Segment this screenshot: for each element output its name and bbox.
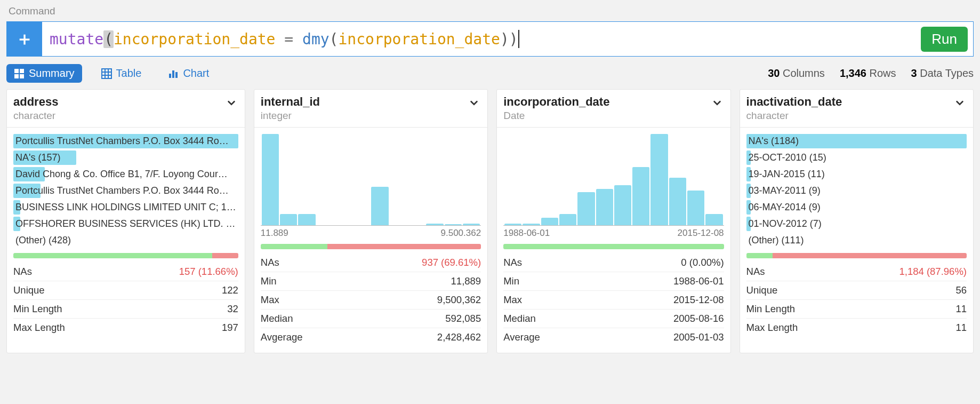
frequency-item[interactable]: NA's (1184) <box>746 134 967 148</box>
tab-table[interactable]: Table <box>94 64 149 83</box>
divider <box>740 127 973 128</box>
frequency-item[interactable]: (Other) (111) <box>746 233 967 248</box>
code-token-keyword: mutate <box>50 30 103 48</box>
column-summary-card: addresscharacterPortcullis TrustNet Cham… <box>6 89 245 353</box>
dataset-summary-meta: 30 Columns 1,346 Rows 3 Data Types <box>768 67 974 80</box>
stats-value: 56 <box>955 284 967 296</box>
stats-key: Min Length <box>13 303 62 315</box>
chevron-down-icon <box>955 97 965 110</box>
chevron-down-icon <box>712 97 722 110</box>
column-summary-card: internal_idinteger11.8899.500.362NAs937 … <box>254 89 488 353</box>
chevron-down-icon <box>469 97 479 110</box>
stats-row: NAs1,184 (87.96%) <box>746 263 967 281</box>
column-menu-button[interactable] <box>710 95 724 113</box>
add-step-button[interactable]: ＋ <box>7 22 42 56</box>
column-name: address <box>13 95 58 109</box>
svg-rect-11 <box>175 72 178 78</box>
tab-chart[interactable]: Chart <box>160 64 216 83</box>
stats-row: NAs937 (69.61%) <box>261 254 481 272</box>
frequency-label: Portcullis TrustNet Chambers P.O. Box 34… <box>15 185 229 196</box>
stats-key: Median <box>261 313 293 324</box>
stats-row: Min Length32 <box>13 300 238 319</box>
tab-label: Table <box>116 67 142 80</box>
frequency-label: David Chong & Co. Office B1, 7/F. Loyong… <box>15 169 228 179</box>
stats-key: Avgerage <box>261 331 303 343</box>
column-menu-button[interactable] <box>467 95 481 113</box>
frequency-item[interactable]: 25-OCT-2010 (15) <box>746 150 967 165</box>
histogram-bar <box>262 134 279 225</box>
na-proportion-bar <box>261 244 481 249</box>
frequency-item[interactable]: BUSINESS LINK HOLDINGS LIMITED UNIT C; 1… <box>13 200 238 215</box>
grid-icon <box>14 68 25 79</box>
command-input[interactable]: mutate(incorporation_date = dmy(incorpor… <box>42 22 921 56</box>
histogram-bar <box>504 224 521 225</box>
stats-value: 2015-12-08 <box>673 294 724 306</box>
stats-value: 197 <box>222 322 238 334</box>
stats-row: Median2005-08-16 <box>503 310 724 328</box>
code-token-paren: ) <box>500 30 509 48</box>
svg-rect-1 <box>20 69 24 73</box>
histogram-bar <box>298 214 315 225</box>
stats-key: Max Length <box>746 322 798 334</box>
stats-value: 1,184 (87.96%) <box>899 266 967 278</box>
stats-value: 32 <box>227 303 238 315</box>
stats-key: Average <box>503 331 540 343</box>
frequency-item[interactable]: 01-NOV-2012 (7) <box>746 217 967 231</box>
histogram-bar <box>614 185 631 225</box>
code-token-identifier: incorporation_date <box>114 30 275 48</box>
stats-key: NAs <box>261 257 279 268</box>
frequency-label: NA's (157) <box>15 152 60 163</box>
na-bar-na-segment <box>212 253 238 258</box>
frequency-item[interactable]: David Chong & Co. Office B1, 7/F. Loyong… <box>13 167 238 181</box>
stats-table: NAs0 (0.00%)Min1988-06-01Max2015-12-08Me… <box>503 254 724 346</box>
code-token-paren: ( <box>330 30 339 48</box>
column-name: internal_id <box>261 95 320 109</box>
histogram-bar <box>650 134 668 225</box>
frequency-item[interactable]: NA's (157) <box>13 150 238 165</box>
run-button[interactable]: Run <box>921 27 968 52</box>
frequency-item[interactable]: 06-MAY-2014 (9) <box>746 200 967 215</box>
na-bar-valid-segment <box>503 244 724 249</box>
column-menu-button[interactable] <box>224 95 238 113</box>
column-summary-card: incorporation_dateDate1988-06-012015-12-… <box>496 89 730 353</box>
na-proportion-bar <box>13 253 238 258</box>
stats-row: Average2005-01-03 <box>503 328 724 346</box>
frequency-item[interactable]: 19-JAN-2015 (11) <box>746 167 967 181</box>
code-token-identifier: incorporation_date <box>338 30 500 48</box>
frequency-label: BUSINESS LINK HOLDINGS LIMITED UNIT C; 1… <box>15 202 236 212</box>
frequency-item[interactable]: 03-MAY-2011 (9) <box>746 184 967 198</box>
svg-rect-9 <box>169 74 171 78</box>
column-menu-button[interactable] <box>953 95 967 113</box>
histogram-max-label: 2015-12-08 <box>678 228 724 239</box>
stats-row: Min11,889 <box>261 272 481 291</box>
types-count: 3 <box>911 67 917 79</box>
stats-key: Unique <box>746 284 778 296</box>
stats-row: Min1988-06-01 <box>503 272 724 291</box>
stats-key: Median <box>503 313 536 324</box>
tab-summary[interactable]: Summary <box>6 64 82 83</box>
stats-value: 2,428,462 <box>437 331 481 343</box>
frequency-item[interactable]: (Other) (428) <box>13 233 238 248</box>
histogram-bar <box>632 167 649 225</box>
frequency-item[interactable]: Portcullis TrustNet Chambers P.O. Box 34… <box>13 184 238 198</box>
column-name: incorporation_date <box>503 95 609 109</box>
frequency-item[interactable]: Portcullis TrustNet Chambers P.O. Box 34… <box>13 134 238 148</box>
frequency-item[interactable]: OFFSHORER BUSINESS SERVICES (HK) LTD. … <box>13 217 238 231</box>
stats-row: Unique122 <box>13 281 238 300</box>
stats-key: NAs <box>503 257 522 268</box>
na-bar-valid-segment <box>746 253 773 258</box>
stats-value: 122 <box>222 284 238 296</box>
stats-row: NAs0 (0.00%) <box>503 254 724 272</box>
stats-row: Max9,500,362 <box>261 291 481 310</box>
tab-label: Summary <box>29 67 75 80</box>
histogram-bar <box>523 224 540 225</box>
histogram: 1988-06-012015-12-08 <box>503 132 724 239</box>
columns-count: 30 <box>768 67 780 79</box>
stats-value: 11 <box>955 322 967 334</box>
na-bar-na-segment <box>327 244 481 249</box>
stats-value: 2005-01-03 <box>673 331 724 343</box>
histogram-bar <box>669 178 686 225</box>
histogram-bar <box>705 214 722 225</box>
frequency-label: 01-NOV-2012 (7) <box>749 218 822 229</box>
column-type: character <box>746 110 842 122</box>
